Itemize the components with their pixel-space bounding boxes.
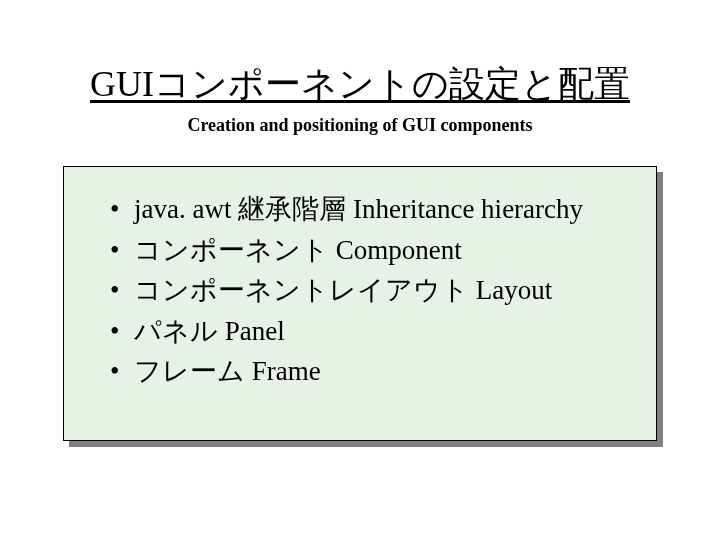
page-subtitle: Creation and positioning of GUI componen…	[187, 115, 532, 136]
list-item: • コンポーネント Component	[110, 230, 632, 271]
list-item-text: java. awt 継承階層 Inheritance hierarchy	[134, 189, 583, 230]
content-box-wrapper: • java. awt 継承階層 Inheritance hierarchy •…	[63, 166, 657, 441]
list-item: • コンポーネントレイアウト Layout	[110, 270, 632, 311]
page-title: GUIコンポーネントの設定と配置	[90, 60, 630, 109]
list-item: • フレーム Frame	[110, 351, 632, 392]
list-item: • パネル Panel	[110, 311, 632, 352]
bullet-icon: •	[110, 230, 120, 271]
list-item: • java. awt 継承階層 Inheritance hierarchy	[110, 189, 632, 230]
list-item-text: フレーム Frame	[134, 351, 321, 392]
list-item-text: パネル Panel	[134, 311, 285, 352]
bullet-icon: •	[110, 189, 120, 230]
bullet-icon: •	[110, 311, 120, 352]
bullet-icon: •	[110, 270, 120, 311]
content-box: • java. awt 継承階層 Inheritance hierarchy •…	[63, 166, 657, 441]
bullet-icon: •	[110, 351, 120, 392]
list-item-text: コンポーネントレイアウト Layout	[134, 270, 552, 311]
bullet-list: • java. awt 継承階層 Inheritance hierarchy •…	[110, 189, 632, 392]
list-item-text: コンポーネント Component	[134, 230, 462, 271]
